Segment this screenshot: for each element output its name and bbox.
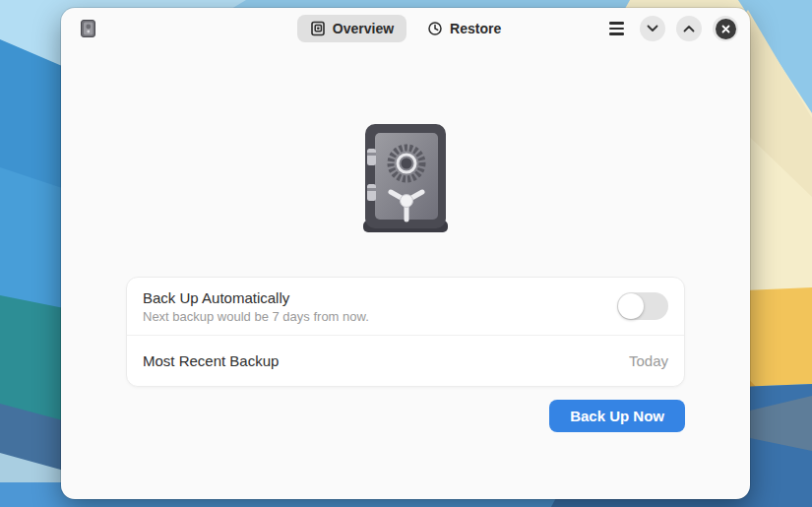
headerbar-left bbox=[73, 20, 95, 37]
headerbar: Overview Restore bbox=[61, 8, 750, 49]
button-area: Back Up Now bbox=[126, 400, 685, 432]
recent-backup-title: Most Recent Backup bbox=[143, 352, 279, 369]
backup-settings-card: Back Up Automatically Next backup would … bbox=[126, 277, 685, 387]
maximize-button[interactable] bbox=[676, 16, 702, 41]
hamburger-menu-icon bbox=[609, 22, 624, 24]
auto-backup-row: Back Up Automatically Next backup would … bbox=[127, 278, 684, 335]
recent-backup-row: Most Recent Backup Today bbox=[127, 335, 684, 386]
auto-backup-toggle[interactable] bbox=[617, 292, 668, 320]
chevron-down-icon bbox=[647, 25, 658, 32]
tab-overview-label: Overview bbox=[333, 21, 394, 36]
back-up-now-button[interactable]: Back Up Now bbox=[549, 400, 685, 432]
tab-overview[interactable]: Overview bbox=[297, 15, 406, 42]
chevron-up-icon bbox=[683, 25, 695, 32]
toggle-knob bbox=[618, 293, 644, 319]
close-x-icon bbox=[716, 19, 736, 39]
overview-page: Back Up Automatically Next backup would … bbox=[61, 49, 750, 499]
safe-vault-illustration bbox=[360, 122, 451, 234]
recent-backup-value: Today bbox=[629, 352, 668, 369]
close-button[interactable] bbox=[713, 16, 738, 41]
auto-backup-title: Back Up Automatically bbox=[143, 289, 369, 306]
clock-icon bbox=[427, 21, 443, 36]
auto-backup-subtitle: Next backup would be 7 days from now. bbox=[143, 309, 369, 324]
safe-icon bbox=[310, 21, 326, 36]
hamburger-menu-button[interactable] bbox=[603, 16, 629, 41]
app-safe-icon bbox=[81, 20, 95, 37]
minimize-button[interactable] bbox=[640, 16, 665, 41]
headerbar-controls bbox=[603, 16, 738, 41]
tab-restore-label: Restore bbox=[450, 21, 501, 36]
tab-restore[interactable]: Restore bbox=[414, 15, 514, 42]
backups-app-window: Overview Restore bbox=[61, 8, 750, 499]
